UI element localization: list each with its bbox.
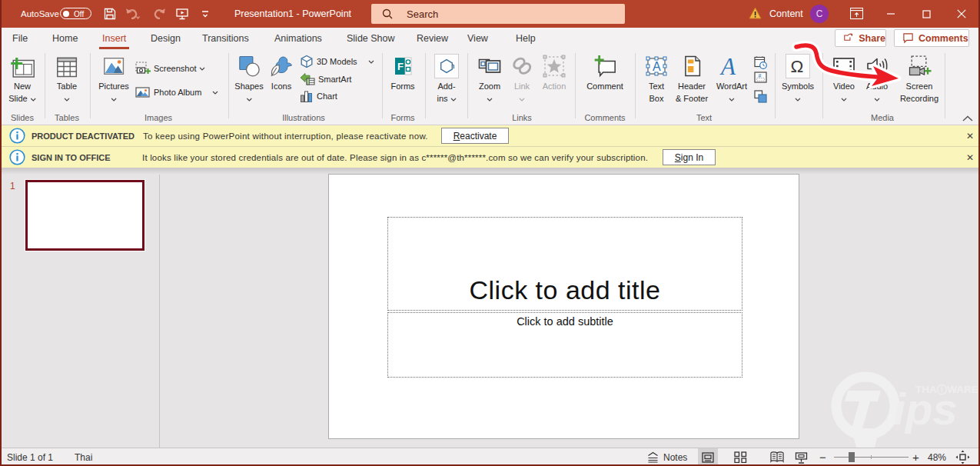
svg-text:F: F [397, 61, 404, 72]
svg-text:THAⓘWARE: THAⓘWARE [915, 384, 978, 395]
svg-text:#: # [759, 73, 762, 78]
svg-text:A: A [719, 54, 736, 78]
svg-text:A: A [653, 60, 661, 73]
